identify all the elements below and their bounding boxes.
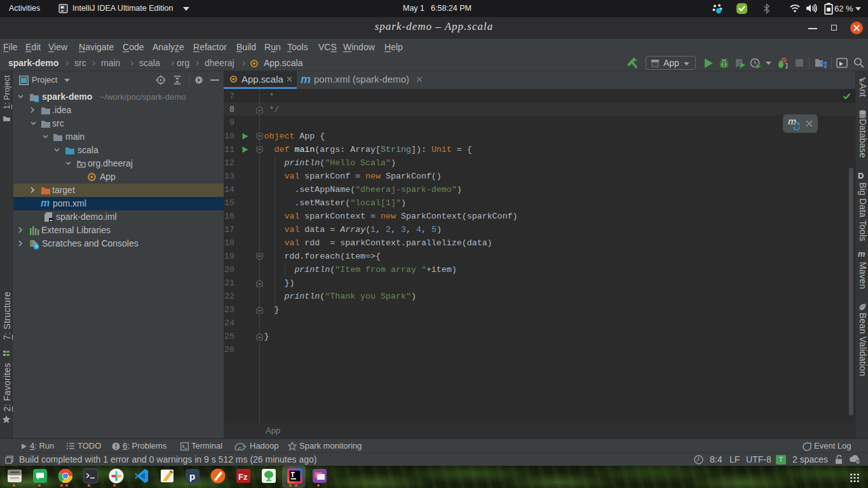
svg-text:p: p — [189, 471, 195, 482]
svg-text:Fz: Fz — [238, 472, 248, 482]
